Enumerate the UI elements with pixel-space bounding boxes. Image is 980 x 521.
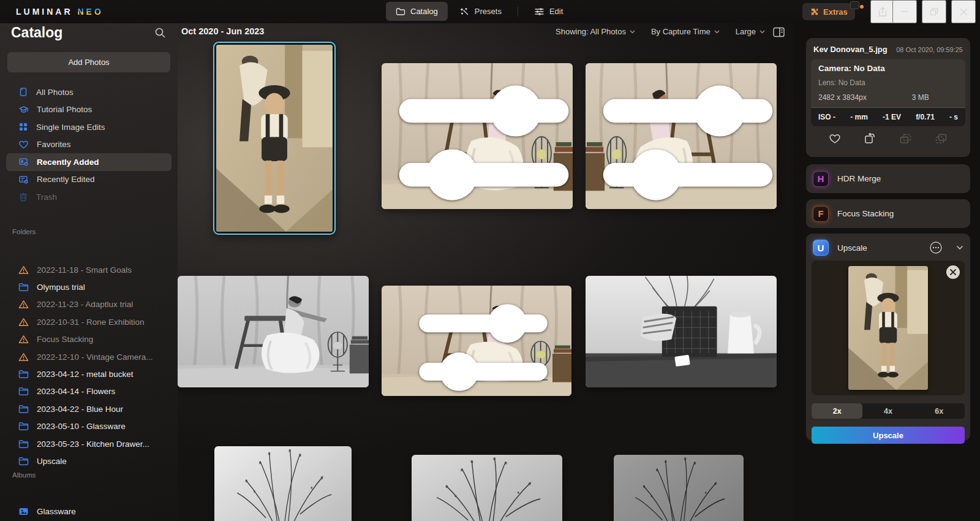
albums-header: Albums bbox=[12, 471, 36, 479]
sidebar-item-favorites[interactable]: Favorites bbox=[6, 136, 172, 154]
photo-thumbnail[interactable] bbox=[178, 276, 369, 387]
item-label: Single Image Edits bbox=[36, 123, 105, 132]
chevron-down-icon[interactable] bbox=[956, 245, 963, 250]
photo-thumbnail[interactable] bbox=[412, 455, 562, 521]
search-icon[interactable] bbox=[154, 27, 166, 41]
upscale-action-button[interactable]: Upscale bbox=[812, 427, 965, 444]
photo-thumbnail-selected[interactable] bbox=[213, 42, 336, 235]
upscale-preview-area bbox=[812, 260, 965, 395]
folder-label: Olympus trial bbox=[37, 283, 85, 292]
ellipsis-icon[interactable] bbox=[929, 241, 943, 254]
hdr-merge-tool[interactable]: H HDR Merge bbox=[806, 164, 970, 193]
sidebar-item-single-image-edits[interactable]: Single Image Edits bbox=[6, 118, 172, 136]
folder-item[interactable]: 2022-11-23 - Adaptlux trial bbox=[6, 296, 175, 313]
photo-datetime: 08 Oct 2020, 09:59:25 bbox=[896, 46, 963, 53]
photo-thumbnail[interactable] bbox=[382, 63, 573, 209]
photo-info-card: Kev Donovan_5.jpg 08 Oct 2020, 09:59:25 … bbox=[806, 38, 970, 157]
focal-length-value: - mm bbox=[850, 113, 868, 121]
folder-label: 2023-05-23 - Kitchen Drawer... bbox=[37, 439, 149, 449]
mode-tabs: Catalog Presets bbox=[386, 2, 573, 21]
warning-icon bbox=[18, 300, 29, 309]
restore-button[interactable] bbox=[922, 0, 946, 23]
folder-item[interactable]: 2023-04-22 - Blue Hour bbox=[6, 400, 175, 417]
close-button[interactable] bbox=[951, 0, 976, 23]
edited-adjustments-icon bbox=[388, 70, 573, 209]
sidebar-item-recently-added[interactable]: Recently Added bbox=[6, 153, 172, 171]
share-button[interactable] bbox=[870, 0, 895, 23]
copy-adjustments-button[interactable] bbox=[899, 133, 912, 146]
scale-option-6x[interactable]: 6x bbox=[914, 403, 965, 419]
sort-dropdown[interactable]: By Capture Time bbox=[651, 27, 720, 36]
folder-icon bbox=[18, 283, 29, 292]
folder-icon bbox=[18, 405, 29, 414]
scale-option-4x[interactable]: 4x bbox=[862, 403, 913, 419]
tab-label: Edit bbox=[549, 7, 563, 16]
chevron-down-icon bbox=[714, 30, 720, 34]
folder-item[interactable]: Upscale bbox=[6, 452, 175, 470]
folder-item[interactable]: 2023-05-10 - Glassware bbox=[6, 418, 175, 435]
extras-button[interactable]: Extras bbox=[802, 3, 855, 20]
photo-filename: Kev Donovan_5.jpg bbox=[813, 45, 888, 54]
edited-adjustments-icon bbox=[388, 292, 571, 396]
extras-label: Extras bbox=[823, 7, 848, 17]
add-photos-button[interactable]: Add Photos bbox=[7, 52, 170, 72]
focus-stacking-tool[interactable]: F Focus Stacking bbox=[806, 199, 970, 228]
photo-thumbnail[interactable] bbox=[586, 63, 777, 209]
photo-thumbnail[interactable] bbox=[614, 455, 744, 521]
folder-icon bbox=[18, 387, 29, 396]
focus-stacking-icon: F bbox=[813, 206, 829, 222]
folder-item[interactable]: Olympus trial bbox=[6, 278, 175, 295]
folder-item[interactable]: 2023-04-12 - metal bucket bbox=[6, 365, 175, 382]
photo-actions-row bbox=[806, 126, 970, 146]
sidebar-item-all-photos[interactable]: All Photos bbox=[6, 83, 172, 101]
dimensions-value: 2482 x 3834px bbox=[818, 93, 867, 102]
folder-item[interactable]: Focus Stacking bbox=[6, 331, 175, 348]
folder-item[interactable]: 2022-10-31 - Rone Exhibition bbox=[6, 313, 175, 330]
folder-item[interactable]: 2023-04-14 - Flowers bbox=[6, 383, 175, 400]
showing-filter-dropdown[interactable]: Showing: All Photos bbox=[556, 27, 635, 36]
title-bar: LUMINAR NEO Catalog Prese bbox=[0, 0, 980, 23]
close-icon bbox=[950, 269, 956, 275]
folders-list: 2022-11-18 - Smart Goals Olympus trial 2… bbox=[6, 261, 175, 470]
photo-thumbnail[interactable] bbox=[382, 286, 571, 396]
folder-item[interactable]: 2022-12-10 - Vintage Camera... bbox=[6, 348, 175, 365]
grid-toolbar: Showing: All Photos By Capture Time Larg… bbox=[556, 27, 765, 36]
photo-thumbnail[interactable] bbox=[586, 276, 777, 387]
rotate-button[interactable] bbox=[864, 132, 876, 146]
chevron-down-icon bbox=[630, 30, 635, 34]
catalog-sidebar: Catalog Add Photos All Photos bbox=[0, 23, 178, 521]
photo-thumbnail[interactable] bbox=[214, 446, 352, 521]
favorite-button[interactable] bbox=[829, 133, 841, 146]
scale-option-2x[interactable]: 2x bbox=[812, 403, 862, 419]
app-logo: LUMINAR NEO bbox=[16, 7, 104, 17]
folder-label: 2023-04-14 - Flowers bbox=[37, 387, 115, 396]
tab-presets[interactable]: Presets bbox=[450, 2, 511, 21]
tab-catalog[interactable]: Catalog bbox=[386, 2, 448, 21]
item-label: Trash bbox=[36, 192, 57, 202]
folder-label: 2023-04-22 - Blue Hour bbox=[37, 405, 123, 414]
item-label: Recently Edited bbox=[37, 175, 95, 184]
sidebar-item-tutorial-photos[interactable]: Tutorial Photos bbox=[6, 101, 172, 119]
folder-icon bbox=[396, 7, 405, 17]
album-item-glassware[interactable]: Glassware bbox=[6, 503, 172, 520]
share-icon bbox=[878, 7, 888, 17]
tab-edit[interactable]: Edit bbox=[524, 2, 573, 21]
photo-grid-area: Oct 2020 - Jun 2023 Showing: All Photos … bbox=[178, 23, 793, 521]
folder-label: Focus Stacking bbox=[37, 335, 93, 344]
paste-adjustments-button[interactable] bbox=[935, 133, 948, 146]
folder-label: 2022-12-10 - Vintage Camera... bbox=[37, 352, 153, 362]
folder-icon bbox=[18, 439, 29, 449]
sidebar-item-trash[interactable]: Trash bbox=[6, 188, 172, 206]
panel-toggle-icon[interactable] bbox=[773, 27, 785, 40]
photos-device-icon bbox=[18, 87, 28, 97]
sidebar-item-recently-edited[interactable]: Recently Edited bbox=[6, 171, 172, 189]
filesize-value: 3 MB bbox=[912, 93, 929, 102]
thumbnail-size-dropdown[interactable]: Large bbox=[736, 27, 765, 36]
folder-item[interactable]: 2022-11-18 - Smart Goals bbox=[6, 261, 175, 278]
shutter-value: - s bbox=[949, 113, 958, 121]
minimize-button[interactable] bbox=[892, 0, 917, 23]
lens-info: Lens: No Data bbox=[811, 73, 965, 87]
remove-photo-button[interactable] bbox=[946, 265, 960, 279]
folder-item[interactable]: 2023-05-23 - Kitchen Drawer... bbox=[6, 435, 175, 452]
favorite-heart-icon bbox=[829, 133, 841, 144]
